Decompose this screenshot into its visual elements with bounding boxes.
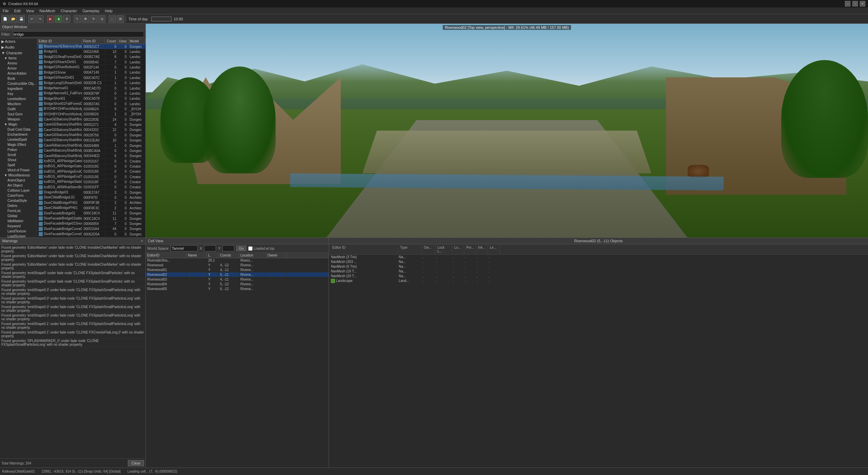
tree-item-ammo[interactable]: Ammo [0, 61, 37, 66]
list-row[interactable]: lcsBGS_ARPibridgeEndTail01 01003195 0 0 … [37, 174, 145, 179]
list-row[interactable]: BridgeShort01FallForestDirt01 000B37A5 0… [37, 101, 145, 107]
cell-col-owner[interactable]: Owner [266, 253, 287, 258]
tree-item-book[interactable]: Book [0, 76, 37, 81]
list-row[interactable]: DiveCWallBridgePH01 000F8F3C 2 0 Archite… [37, 206, 145, 211]
col-header-model[interactable]: Model [129, 39, 145, 44]
menu-file[interactable]: File [0, 7, 12, 14]
list-row[interactable]: BYOHBYOHPorchNzbrdge02 02008026 1 0 _BYO… [37, 112, 145, 117]
list-row[interactable]: lcsBGS_ARPibridgeSlab01 0100318F 0 0 Cre… [37, 179, 145, 185]
cell-col-location[interactable]: Location [239, 253, 266, 258]
stop-button[interactable]: ■ [55, 15, 62, 23]
list-row[interactable]: BridgE01RealForestDirt01 000B27AE 8 0 La… [37, 55, 145, 60]
cell-row[interactable]: RiversideSha... 29.1 Rivers... [146, 258, 329, 263]
minimize-button[interactable]: ─ [845, 1, 850, 6]
rp-col-per[interactable]: Per... [464, 245, 476, 254]
rp-col-le[interactable]: Le... [488, 245, 500, 254]
menu-navmesh[interactable]: NavMesh [37, 7, 58, 14]
menu-character[interactable]: Character [58, 7, 80, 14]
tree-item-magic[interactable]: ▼ Magic [0, 122, 37, 127]
tree-item-formlist[interactable]: FormList [0, 208, 37, 213]
list-row[interactable]: Bridge01 00022468 13 0 Landsc [37, 49, 145, 54]
rp-col-ink[interactable]: Ink... [476, 245, 488, 254]
time-of-day-slider[interactable] [151, 17, 172, 21]
list-row[interactable]: DiveFacadeBridgeCurve01 000515A4 44 0 Du… [37, 227, 145, 232]
list-row[interactable]: lcsBGS_ARWthatStemBridge01 010031FF 0 0 … [37, 185, 145, 190]
tree-item-idlemarker[interactable]: IdleMarker [0, 218, 37, 224]
cell-col-l[interactable]: L. [207, 253, 219, 258]
list-row[interactable]: Bridge01ReachDirt01 00008540 7 0 Landsc [37, 60, 145, 65]
tree-item-actors[interactable]: ▶ Actors [0, 39, 37, 44]
select-tool[interactable]: ↖ [74, 15, 81, 23]
list-row[interactable]: CaveRiBalconyShafrBridge01 000034B8 1 0 … [37, 143, 145, 148]
list-row[interactable]: BYOHBYOHPorchNzbrdge01 02008624 9 0 _BYO… [37, 107, 145, 112]
tree-item-keyword[interactable]: Keyword [0, 224, 37, 229]
loaded-at-top-label[interactable]: Loaded at top [248, 246, 274, 251]
viewport[interactable]: Riverwood02 [Top view, perspective] - M#… [146, 24, 868, 238]
open-button[interactable]: 📂 [9, 15, 17, 23]
tree-item-items[interactable]: ▼ Items [0, 56, 37, 61]
rp-row[interactable]: NavMesh (20 T... Na... . . . . . . [329, 274, 868, 279]
col-header-formid[interactable]: Form ID [82, 39, 105, 44]
tree-item-key[interactable]: Key [0, 91, 37, 96]
grid-btn[interactable]: ⊞ [117, 15, 124, 23]
tree-item-collisionlayer[interactable]: Collision Layer [0, 188, 37, 193]
run-button[interactable]: ▶ [47, 15, 54, 23]
rp-col-lockl[interactable]: Lock L... [435, 245, 452, 254]
cell-row[interactable]: Riverwood01 Y 4, -11 Riverw... [146, 268, 329, 272]
cell-row[interactable]: Riverwood04 Y 5, -12 Riverw... [146, 282, 329, 287]
list-row[interactable]: DiveFacadeBridge01lattice 000C18C4 11 0 … [37, 216, 145, 221]
tree-item-potion[interactable]: Potion [0, 147, 37, 152]
tree-item-character[interactable]: ▼ Character [0, 50, 37, 56]
tree-item-magiceffect[interactable]: Magic Effect [0, 142, 37, 147]
tree-item-scroll[interactable]: Scroll [0, 152, 37, 157]
rp-row[interactable]: NavMesh (353 ... Na... . . . . . . [329, 260, 868, 264]
rotate-tool[interactable]: ↻ [90, 15, 97, 23]
tree-item-soulgem[interactable]: Soul Gem [0, 112, 37, 117]
menu-edit[interactable]: Edit [12, 7, 23, 14]
move-tool[interactable]: ✥ [82, 15, 89, 23]
rp-col-editorid[interactable]: Editor ID [330, 245, 398, 254]
clear-button[interactable]: Clear [128, 460, 144, 466]
warnings-close-button[interactable]: ✕ [140, 239, 143, 243]
cam-mode-btn[interactable]: 🎥 [108, 15, 116, 23]
list-row[interactable]: DiveCWallBridgePH01 000F8F3B 2 0 Archite… [37, 201, 145, 206]
list-row[interactable]: lcsBGS_ARPibridgeGateFramr001 01003167 0… [37, 159, 145, 164]
tree-item-combatstyle[interactable]: CombatStyle [0, 198, 37, 203]
list-row[interactable]: BridgeShort01 000CA078 0 0 Landsc [37, 96, 145, 101]
rp-row[interactable]: NavMesh (5 Tris) Na... . . . . . . [329, 264, 868, 269]
rp-col-lo[interactable]: Lo... [452, 245, 464, 254]
cell-col-coords[interactable]: Coords [219, 253, 239, 258]
tree-item-animobject[interactable]: AnimObject [0, 178, 37, 183]
rp-row[interactable]: NavMesh (3 Tris) Na... . . . . . . [329, 255, 868, 260]
save-button[interactable]: 💾 [18, 15, 25, 23]
close-button[interactable]: ✕ [860, 1, 865, 6]
list-row[interactable]: Bridge01RiverBottom01 0002F144 0 0 Lands… [37, 65, 145, 70]
list-row[interactable]: CaveGEBalconyShafrBridgeOffice 00043202 … [37, 128, 145, 133]
list-row[interactable]: lcsBGS_ARPibridgeEndCap01 01003180 0 0 C… [37, 169, 145, 174]
tree-item-armor[interactable]: Armor [0, 66, 37, 71]
list-row[interactable]: BlackreachEBalconyShatBridge01 000921C7 … [37, 44, 145, 49]
tree-item-global[interactable]: Global [0, 213, 37, 218]
tree-item-outfit[interactable]: Outfit [0, 107, 37, 112]
list-row[interactable]: DiveFacadeBridge01 000C18C4 11 0 Dungeo [37, 211, 145, 216]
list-row[interactable]: DragonBridge01 000E37A7 3 0 Dungeo [37, 190, 145, 195]
pause-button[interactable]: ⏸ [63, 15, 71, 23]
redo-button[interactable]: ↪ [36, 15, 44, 23]
tree-item-audio[interactable]: ▶ Audio [0, 44, 37, 50]
tree-item-colorform[interactable]: ColorForm [0, 193, 37, 198]
list-row[interactable]: CaveGEBalconyShafrBridge01Hallner 000522… [37, 122, 145, 127]
loaded-at-top-checkbox[interactable] [248, 246, 253, 251]
list-row[interactable]: Bridge01RiverDirt01 000C407C 1 0 Landsc [37, 75, 145, 80]
list-row[interactable]: CaveGEBalconyShafrBridgeTMaestTEMP 00028… [37, 133, 145, 138]
tree-item-spell[interactable]: Spell [0, 163, 37, 168]
list-row[interactable]: DiveFacadeBridge01Snow 00060059 7 0 Dung… [37, 221, 145, 226]
cell-row[interactable]: Riverwood05 Y 6, -12 Riverw... [146, 287, 329, 291]
new-button[interactable]: 📄 [1, 15, 9, 23]
tree-item-enchantment[interactable]: Enchantment [0, 132, 37, 137]
list-row[interactable]: CaveGEBalconyShafrBridge01 00022EA0 10 0… [37, 138, 145, 143]
tree-item-leveledspell[interactable]: LeveledSpell [0, 137, 37, 142]
x-coord-input[interactable] [204, 245, 216, 251]
tree-item-ingredient[interactable]: Ingredient [0, 86, 37, 91]
rp-col-type[interactable]: Type [398, 245, 422, 254]
y-coord-input[interactable] [222, 245, 234, 251]
